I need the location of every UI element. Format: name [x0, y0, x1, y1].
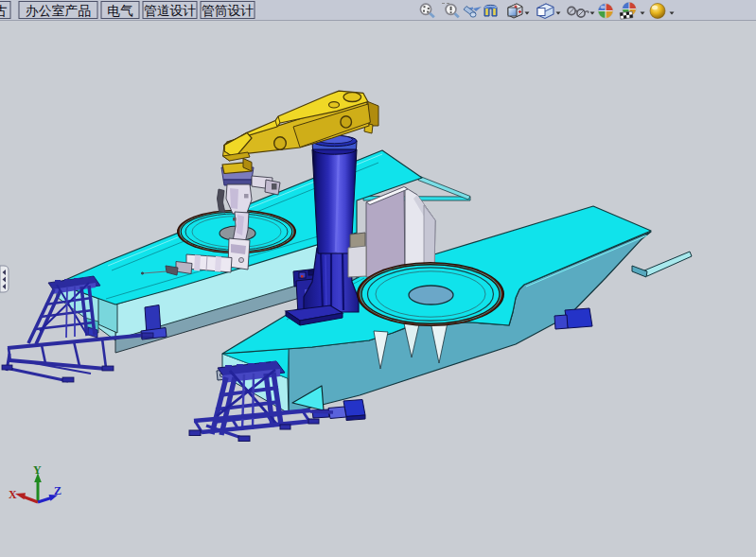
svg-text:古: 古 — [0, 4, 8, 18]
svg-text:管道设计: 管道设计 — [144, 4, 196, 18]
svg-text:办公室产品: 办公室产品 — [26, 4, 91, 18]
svg-text:电气: 电气 — [107, 4, 133, 18]
svg-text:X: X — [9, 488, 17, 501]
svg-text:管筒设计: 管筒设计 — [202, 4, 254, 18]
